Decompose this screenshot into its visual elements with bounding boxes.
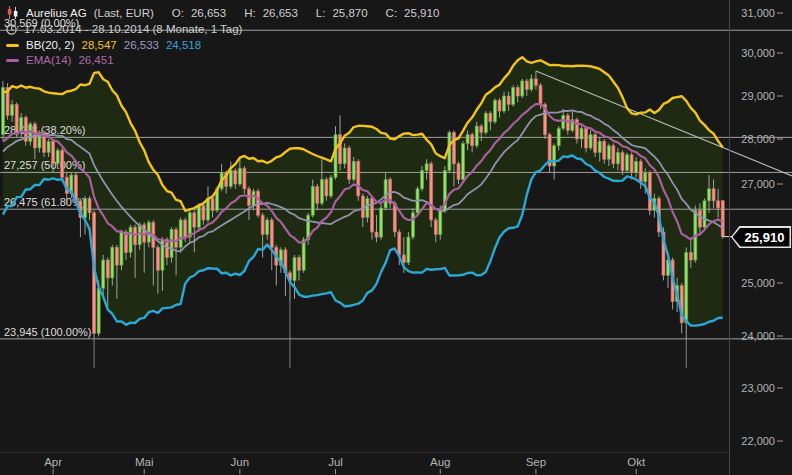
date-range-row[interactable]: 17.03.2014 - 28.10.2014 (8 Monate, 1 Tag… [6,23,242,35]
vertical-marker-lines[interactable] [94,302,686,368]
candlestick-icon [6,6,19,19]
svg-text:Apr: Apr [44,456,62,468]
low-value: 25,870 [332,7,367,19]
svg-text:22,000: 22,000 [741,435,775,447]
low-label: L: [316,7,326,19]
instrument-header[interactable]: Aurelius AG (Last, EUR) O: 26,653 H: 26,… [6,6,439,19]
ema-value: 26,451 [78,54,113,66]
svg-text:Jul: Jul [328,456,343,468]
ema-legend-swatch [6,59,19,62]
ema-label: EMA(14) [26,54,71,66]
legend-bollinger[interactable]: BB(20, 2) 28,547 26,533 24,518 [6,39,201,51]
svg-text:Okt: Okt [627,456,646,468]
open-label: O: [172,7,184,19]
svg-text:31,000: 31,000 [741,7,775,19]
close-label: C: [386,7,398,19]
high-value: 26,653 [263,7,298,19]
svg-text:24,000: 24,000 [741,330,775,342]
close-value: 25,910 [404,7,439,19]
series-type: (Last, EUR) [94,7,154,19]
bb-upper-value: 28,547 [82,39,117,51]
price-chart[interactable]: 30,569 (0.00%)28,038 (38.20%)27,257 (50.… [0,0,792,475]
chart-window: 30,569 (0.00%)28,038 (38.20%)27,257 (50.… [0,0,792,475]
time-axis[interactable]: AprMaiJunJulAugSepOkt [44,456,646,474]
svg-text:30,000: 30,000 [741,47,775,59]
bb-middle-value: 26,533 [124,39,159,51]
svg-text:23,000: 23,000 [741,382,775,394]
svg-text:25,000: 25,000 [741,277,775,289]
svg-text:Aug: Aug [430,456,450,468]
svg-text:27,000: 27,000 [741,178,775,190]
svg-text:27,257 (50.00%): 27,257 (50.00%) [4,159,85,171]
date-range: 17.03.2014 - 28.10.2014 (8 Monate, 1 Tag… [24,23,242,35]
svg-text:Mai: Mai [135,456,154,468]
bb-label: BB(20, 2) [26,39,75,51]
svg-text:Jun: Jun [231,456,250,468]
bb-legend-swatch [6,44,19,47]
instrument-name: Aurelius AG [26,7,87,19]
last-price-badge: 25,910 [731,226,791,248]
legend-ema[interactable]: EMA(14) 26,451 [6,54,114,66]
svg-text:Sep: Sep [526,456,546,468]
svg-text:28,000: 28,000 [741,133,775,145]
svg-text:29,000: 29,000 [741,90,775,102]
svg-text:23,945 (100.00%): 23,945 (100.00%) [4,326,91,338]
last-price-value: 25,910 [738,230,785,245]
high-label: H: [244,7,256,19]
open-value: 26,653 [191,7,226,19]
clock-icon [6,24,17,35]
bb-lower-value: 24,518 [166,39,201,51]
